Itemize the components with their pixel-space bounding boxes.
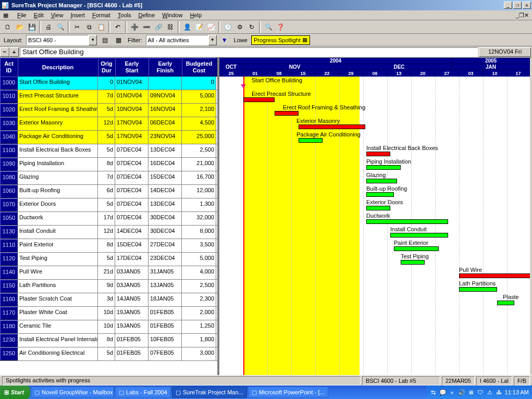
row-ef[interactable]: 14DEC04 xyxy=(149,185,182,198)
row-es[interactable]: 10NOV04 xyxy=(115,104,149,117)
gantt-milestone[interactable] xyxy=(241,84,246,88)
row-cost[interactable]: 2,500 xyxy=(182,280,216,293)
table-row[interactable]: 1040Package Air Conditioning5d17NOV0423N… xyxy=(0,131,217,144)
row-es[interactable]: 07DEC04 xyxy=(115,185,149,198)
row-ef[interactable]: 01FEB05 xyxy=(149,307,182,320)
col-description[interactable]: Description xyxy=(18,58,98,77)
table-row[interactable]: 1180Ceramic Tile10d19JAN0501FEB051,250 xyxy=(0,320,217,334)
row-dur[interactable]: 3d xyxy=(98,293,115,306)
layout-dropdown[interactable]: BSCI 460 - ▼ xyxy=(26,35,97,45)
col-early-start[interactable]: Early Start xyxy=(115,58,149,77)
row-desc[interactable]: Test Piping xyxy=(18,253,98,266)
insert-icon[interactable]: ➕ xyxy=(129,21,140,33)
col-budgeted-cost[interactable]: Budgeted Cost xyxy=(182,58,216,77)
row-ef[interactable]: 30DEC04 xyxy=(149,212,182,225)
row-id[interactable]: 1080 xyxy=(0,171,18,184)
row-cost[interactable]: 5,000 xyxy=(182,90,216,103)
row-desc[interactable]: Ceramic Tile xyxy=(18,320,98,333)
col-orig-dur[interactable]: Orig Dur xyxy=(98,58,115,77)
row-cost[interactable]: 25,000 xyxy=(182,131,216,144)
row-es[interactable]: 03JAN05 xyxy=(115,280,149,293)
maximize-button[interactable]: ❐ xyxy=(513,2,522,9)
row-id[interactable]: 1180 xyxy=(0,320,18,333)
start-button[interactable]: ⊞ Start xyxy=(0,385,30,399)
row-ef[interactable]: 13DEC04 xyxy=(149,144,182,157)
gantt-chart[interactable]: 20042005 OCTNOVDECJAN 250108152229061320… xyxy=(219,58,530,388)
row-dur[interactable]: 17d xyxy=(98,212,115,225)
row-es[interactable]: 17DEC04 xyxy=(115,253,149,266)
gantt-bar[interactable] xyxy=(366,206,390,210)
row-dur[interactable]: 8d xyxy=(98,334,115,347)
zoomin-icon[interactable]: 🔍 xyxy=(263,21,274,33)
row-id[interactable]: 1060 xyxy=(0,185,18,198)
row-desc[interactable]: Install Electrical Back Boxes xyxy=(18,144,98,157)
row-ef[interactable]: 06DEC04 xyxy=(149,117,182,130)
taskbar-button[interactable]: ▢Microsoft PowerPoint - [... xyxy=(248,386,328,398)
delete-icon[interactable]: ➖ xyxy=(141,21,152,33)
row-id[interactable]: 1100 xyxy=(0,144,18,157)
unlink-icon[interactable]: ⛓ xyxy=(165,21,176,33)
table-row[interactable]: 1020Erect Roof Framing & Sheathing5d10NO… xyxy=(0,104,217,117)
menu-insert[interactable]: Insert xyxy=(67,11,89,19)
menu-file[interactable]: File xyxy=(14,11,30,19)
row-desc[interactable]: Air Conditioning Electrical xyxy=(18,347,98,360)
col-act-id[interactable]: Act ID xyxy=(0,58,18,77)
row-es[interactable]: 07DEC04 xyxy=(115,158,149,171)
gantt-bar[interactable] xyxy=(459,273,530,278)
row-desc[interactable]: Piping Installation xyxy=(18,158,98,171)
filter-funnel-icon[interactable]: ▼ xyxy=(219,34,230,46)
row-cost[interactable]: 1,250 xyxy=(182,320,216,333)
row-desc[interactable]: Plaster Scratch Coat xyxy=(18,293,98,306)
level-icon[interactable]: ⚙ xyxy=(234,21,245,33)
row-dur[interactable]: 5d xyxy=(98,198,115,211)
row-dur[interactable]: 5d xyxy=(98,347,115,360)
gantt-bar[interactable] xyxy=(401,260,425,265)
open-icon[interactable]: 📂 xyxy=(14,21,26,33)
menu-window[interactable]: Window xyxy=(158,11,186,19)
gantt-bar[interactable] xyxy=(275,111,299,116)
row-desc[interactable]: Install Electrical Panel Internals xyxy=(18,334,98,347)
row-id[interactable]: 1160 xyxy=(0,293,18,306)
mdi-restore-button[interactable]: ❐ xyxy=(519,12,524,19)
row-dur[interactable]: 5d xyxy=(98,104,115,117)
row-cost[interactable]: 2,100 xyxy=(182,104,216,117)
row-es[interactable]: 07DEC04 xyxy=(115,212,149,225)
table-row[interactable]: 1110Paint Exterior8d15DEC0427DEC043,500 xyxy=(0,239,217,253)
table-row[interactable]: 1230Install Electrical Panel Internals8d… xyxy=(0,334,217,347)
row-ef[interactable]: 07FEB05 xyxy=(149,347,182,360)
row-desc[interactable]: Built-up Roofing xyxy=(18,185,98,198)
form-icon[interactable]: 📝 xyxy=(193,21,205,33)
taskbar-button[interactable]: ▢Labs - Fall 2004 xyxy=(115,386,171,398)
table-row[interactable]: 1160Plaster Scratch Coat3d14JAN0518JAN05… xyxy=(0,293,217,307)
row-cost[interactable]: 2,500 xyxy=(182,144,216,157)
row-ef[interactable]: 13DEC04 xyxy=(149,198,182,211)
row-dur[interactable]: 10d xyxy=(98,307,115,320)
row-id[interactable]: 1130 xyxy=(0,226,18,239)
row-cost[interactable]: 8,000 xyxy=(182,226,216,239)
row-cost[interactable]: 1,800 xyxy=(182,334,216,347)
row-es[interactable]: 14DEC04 xyxy=(115,226,149,239)
row-es[interactable]: 01FEB05 xyxy=(115,347,149,360)
help-icon[interactable]: ❓ xyxy=(275,21,286,33)
clock[interactable]: 11:13 AM xyxy=(505,389,529,395)
row-es[interactable]: 17NOV04 xyxy=(115,117,149,130)
table-row[interactable]: 1120Test Piping5d17DEC0423DEC045,000 xyxy=(0,253,217,266)
tray-icon[interactable]: 🖥 xyxy=(467,389,475,396)
row-desc[interactable]: Ductwork xyxy=(18,212,98,225)
filter-dropdown[interactable]: All - All activities ▼ xyxy=(146,35,217,45)
row-desc[interactable]: Install Conduit xyxy=(18,226,98,239)
row-cost[interactable]: 0 xyxy=(182,77,216,90)
table-row[interactable]: 1050Ductwork17d07DEC0430DEC0432,000 xyxy=(0,212,217,226)
row-dur[interactable]: 10d xyxy=(98,320,115,333)
taskbar-button[interactable]: ▢SureTrak Project Man... xyxy=(172,386,247,398)
row-ef[interactable]: 10FEB05 xyxy=(149,334,182,347)
table-row[interactable]: 1010Erect Precast Structure7d01NOV0409NO… xyxy=(0,90,217,104)
row-id[interactable]: 1140 xyxy=(0,266,18,279)
row-ef[interactable]: 31JAN05 xyxy=(149,266,182,279)
gantt-bar[interactable] xyxy=(497,301,514,305)
row-ef[interactable]: 15DEC04 xyxy=(149,171,182,184)
row-cost[interactable]: 2,300 xyxy=(182,293,216,306)
menu-format[interactable]: Format xyxy=(89,11,114,19)
row-id[interactable]: 1230 xyxy=(0,334,18,347)
row-dur[interactable]: 5d xyxy=(98,253,115,266)
